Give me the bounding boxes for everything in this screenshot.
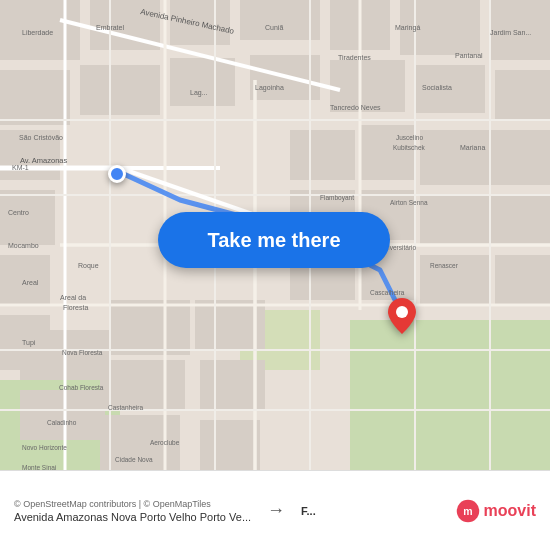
svg-rect-13 xyxy=(170,58,235,106)
svg-text:Roque: Roque xyxy=(78,262,99,270)
svg-text:Tupi: Tupi xyxy=(22,339,36,347)
svg-text:Novo Horizonte: Novo Horizonte xyxy=(22,444,67,451)
svg-text:m: m xyxy=(463,504,472,516)
from-label: Avenida Amazonas Nova Porto Velho Porto … xyxy=(14,511,251,523)
svg-text:Areal: Areal xyxy=(22,279,39,286)
svg-rect-30 xyxy=(420,130,490,185)
take-me-there-button[interactable]: Take me there xyxy=(158,212,390,268)
svg-text:Jardim San...: Jardim San... xyxy=(490,29,531,36)
svg-text:Cohab Floresta: Cohab Floresta xyxy=(59,384,104,391)
svg-rect-24 xyxy=(110,300,190,355)
osm-attribution: © OpenStreetMap contributors | © OpenMap… xyxy=(14,499,251,509)
svg-rect-33 xyxy=(490,195,550,245)
svg-text:Floresta: Floresta xyxy=(63,304,88,311)
destination-label: F... xyxy=(301,505,316,517)
svg-rect-25 xyxy=(100,360,185,410)
svg-text:Caladinho: Caladinho xyxy=(47,419,77,426)
svg-text:Embratel: Embratel xyxy=(96,24,124,31)
svg-rect-7 xyxy=(240,0,320,40)
svg-rect-29 xyxy=(200,420,260,470)
footer-attribution-area: © OpenStreetMap contributors | © OpenMap… xyxy=(14,499,251,523)
destination-marker xyxy=(388,298,416,338)
route-arrow-icon: → xyxy=(267,500,285,521)
svg-text:Centro: Centro xyxy=(8,209,29,216)
svg-rect-17 xyxy=(495,70,550,120)
svg-text:Pantanal: Pantanal xyxy=(455,52,483,59)
svg-text:Tiradentes: Tiradentes xyxy=(338,54,371,61)
moovit-logo: m moovit xyxy=(456,499,536,523)
svg-text:KM-1: KM-1 xyxy=(12,164,29,171)
svg-text:São Cristóvão: São Cristóvão xyxy=(19,134,63,141)
svg-rect-23 xyxy=(20,390,105,440)
svg-text:Areal da: Areal da xyxy=(60,294,86,301)
svg-rect-12 xyxy=(80,65,160,115)
svg-text:Mariana: Mariana xyxy=(460,144,485,151)
svg-text:Socialista: Socialista xyxy=(422,84,452,91)
svg-rect-11 xyxy=(0,70,70,125)
svg-rect-36 xyxy=(290,130,355,180)
svg-rect-19 xyxy=(0,190,55,245)
svg-text:Airton Senna: Airton Senna xyxy=(390,199,428,206)
svg-rect-35 xyxy=(495,255,550,305)
svg-rect-31 xyxy=(420,195,490,245)
svg-text:Juscelino: Juscelino xyxy=(396,134,423,141)
svg-text:Flamboyant: Flamboyant xyxy=(320,194,354,202)
moovit-logo-icon: m xyxy=(456,499,480,523)
svg-text:Liberdade: Liberdade xyxy=(22,29,53,36)
svg-rect-32 xyxy=(490,130,550,185)
svg-text:Lag...: Lag... xyxy=(190,89,208,97)
svg-text:Mocambo: Mocambo xyxy=(8,242,39,249)
svg-text:Cascalheira: Cascalheira xyxy=(370,289,405,296)
svg-rect-1 xyxy=(350,320,550,470)
svg-text:Cuniã: Cuniã xyxy=(265,24,283,31)
svg-text:Lagoinha: Lagoinha xyxy=(255,84,284,92)
svg-text:Castanheira: Castanheira xyxy=(108,404,143,411)
svg-point-100 xyxy=(396,306,408,318)
svg-text:Kubitschek: Kubitschek xyxy=(393,144,426,151)
moovit-text: moovit xyxy=(484,502,536,520)
svg-text:Renascer: Renascer xyxy=(430,262,459,269)
svg-text:Maringá: Maringá xyxy=(395,24,420,32)
svg-text:Cidade Nova: Cidade Nova xyxy=(115,456,153,463)
svg-text:Aeroclube: Aeroclube xyxy=(150,439,180,446)
origin-marker xyxy=(108,165,126,183)
svg-text:Nova Floresta: Nova Floresta xyxy=(62,349,103,356)
map-container: Avenida Pinheiro Machado Av. Amazonas Li… xyxy=(0,0,550,470)
footer-bar: © OpenStreetMap contributors | © OpenMap… xyxy=(0,470,550,550)
svg-text:Tancredo Neves: Tancredo Neves xyxy=(330,104,381,111)
